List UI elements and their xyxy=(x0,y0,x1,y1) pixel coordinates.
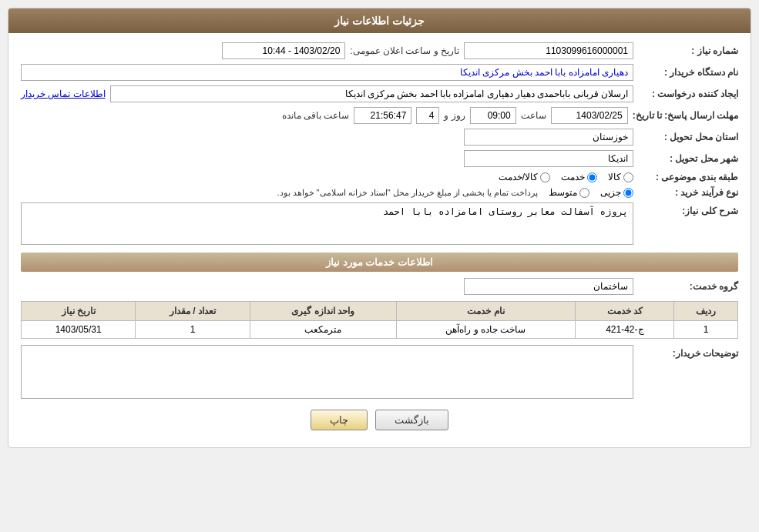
deadline-time: 09:00 xyxy=(470,107,516,124)
buyer-name-label: نام دستگاه خریدار : xyxy=(638,67,738,78)
announcement-label: تاریخ و ساعت اعلان عمومی: xyxy=(350,45,459,56)
deadline-days-label: روز و xyxy=(444,110,465,121)
creator-value: ارسلان قربانی باباحمدی دهیار دهیاری امام… xyxy=(110,85,633,102)
col-code: کد خدمت xyxy=(576,302,674,321)
services-table: ردیف کد خدمت نام خدمت واحد اندازه گیری ت… xyxy=(21,301,738,339)
row-deadline: مهلت ارسال پاسخ: تا تاریخ: 1403/02/25 سا… xyxy=(21,107,738,124)
row-category: طبقه بندی موضوعی : کالا خدمت کالا/خدمت xyxy=(21,172,738,182)
row-creator: ایجاد کننده درخواست : ارسلان قربانی بابا… xyxy=(21,85,738,102)
col-quantity: تعداد / مقدار xyxy=(136,302,250,321)
purchase-type-radio-group: جزیی متوسط پرداخت تمام یا بخشی از مبلغ خ… xyxy=(21,187,633,198)
category-label-kala: کالا xyxy=(608,172,621,182)
creator-label: ایجاد کننده درخواست : xyxy=(638,89,738,99)
category-option-khedmat[interactable]: خدمت xyxy=(561,172,597,182)
col-unit: واحد اندازه گیری xyxy=(250,302,396,321)
services-section-title: اطلاعات خدمات مورد نیاز xyxy=(21,253,738,272)
category-radio-kala[interactable] xyxy=(623,172,633,182)
announcement-value: 1403/02/20 - 10:44 xyxy=(222,42,345,59)
category-radio-kala-khedmat[interactable] xyxy=(540,172,550,182)
category-label: طبقه بندی موضوعی : xyxy=(638,172,738,182)
row-purchase-type: نوع فرآیند خرید : جزیی متوسط پرداخت تمام… xyxy=(21,187,738,198)
category-option-kala[interactable]: کالا xyxy=(608,172,633,182)
page-title: جزئیات اطلاعات نیاز xyxy=(334,15,425,27)
need-number-value: 1103099616000001 xyxy=(464,42,633,59)
category-label-khedmat: خدمت xyxy=(561,172,585,182)
province-value: خوزستان xyxy=(464,129,633,146)
purchase-type-note: پرداخت تمام یا بخشی از مبلغ خریدار محل "… xyxy=(277,188,538,198)
row-province: استان محل تحویل : خوزستان xyxy=(21,129,738,146)
cell-row: 1 xyxy=(674,321,738,339)
page-container: جزئیات اطلاعات نیاز شماره نیاز : 1103099… xyxy=(0,0,759,532)
buyer-name-value: دهیاری امامزاده بابا احمد بخش مرکزی اندی… xyxy=(21,64,633,81)
purchase-type-label: نوع فرآیند خرید : xyxy=(638,187,738,198)
card-body: شماره نیاز : 1103099616000001 تاریخ و سا… xyxy=(8,33,751,447)
cell-name: ساخت جاده و راه‌آهن xyxy=(396,321,576,339)
purchase-type-label-motavaset: متوسط xyxy=(549,187,577,198)
deadline-remaining: 21:56:47 xyxy=(354,107,411,124)
purchase-type-motavaset[interactable]: متوسط xyxy=(549,187,589,198)
col-date: تاریخ نیاز xyxy=(22,302,136,321)
row-need-number: شماره نیاز : 1103099616000001 تاریخ و سا… xyxy=(21,42,738,59)
purchase-type-jozei[interactable]: جزیی xyxy=(600,187,633,198)
row-city: شهر محل تحویل : اندیکا xyxy=(21,150,738,167)
col-row: ردیف xyxy=(674,302,738,321)
cell-date: 1403/05/31 xyxy=(22,321,136,339)
cell-quantity: 1 xyxy=(136,321,250,339)
category-option-kala-khedmat[interactable]: کالا/خدمت xyxy=(499,172,550,182)
city-label: شهر محل تحویل : xyxy=(638,153,738,164)
buttons-row: بازگشت چاپ xyxy=(21,410,738,438)
row-buyer-notes: توضیحات خریدار: xyxy=(21,345,738,399)
city-value: اندیکا xyxy=(464,150,633,167)
row-service-group: گروه خدمت: ساختمان xyxy=(21,278,738,295)
category-radio-khedmat[interactable] xyxy=(587,172,597,182)
service-group-label: گروه خدمت: xyxy=(638,281,738,292)
deadline-time-label: ساعت xyxy=(521,110,546,121)
purchase-type-radio-motavaset[interactable] xyxy=(579,188,589,198)
print-button[interactable]: چاپ xyxy=(311,410,368,430)
table-row: 1ج-42-421ساخت جاده و راه‌آهنمترمکعب11403… xyxy=(22,321,738,339)
row-buyer-name: نام دستگاه خریدار : دهیاری امامزاده بابا… xyxy=(21,64,738,81)
deadline-date: 1403/02/25 xyxy=(551,107,628,124)
creator-contact-link[interactable]: اطلاعات تماس خریدار xyxy=(21,89,106,99)
back-button[interactable]: بازگشت xyxy=(375,410,448,430)
deadline-days: 4 xyxy=(416,107,439,124)
col-name: نام خدمت xyxy=(396,302,576,321)
cell-unit: مترمکعب xyxy=(250,321,396,339)
description-label: شرح کلی نیاز: xyxy=(638,202,738,216)
category-radio-group: کالا خدمت کالا/خدمت xyxy=(21,172,633,182)
purchase-type-radio-jozei[interactable] xyxy=(623,188,633,198)
cell-code: ج-42-421 xyxy=(576,321,674,339)
service-group-value: ساختمان xyxy=(464,278,633,295)
purchase-type-label-jozei: جزیی xyxy=(600,187,621,198)
deadline-remaining-label: ساعت باقی مانده xyxy=(282,110,350,121)
need-number-label: شماره نیاز : xyxy=(638,45,738,56)
description-textarea[interactable] xyxy=(21,202,633,245)
category-label-kala-khedmat: کالا/خدمت xyxy=(499,172,538,182)
deadline-label: مهلت ارسال پاسخ: تا تاریخ: xyxy=(633,110,738,121)
province-label: استان محل تحویل : xyxy=(638,132,738,142)
main-card: جزئیات اطلاعات نیاز شماره نیاز : 1103099… xyxy=(8,8,751,448)
row-description: شرح کلی نیاز: xyxy=(21,202,738,245)
buyer-notes-label: توضیحات خریدار: xyxy=(638,345,738,359)
buyer-notes-area xyxy=(21,345,633,399)
card-header: جزئیات اطلاعات نیاز xyxy=(8,8,751,33)
